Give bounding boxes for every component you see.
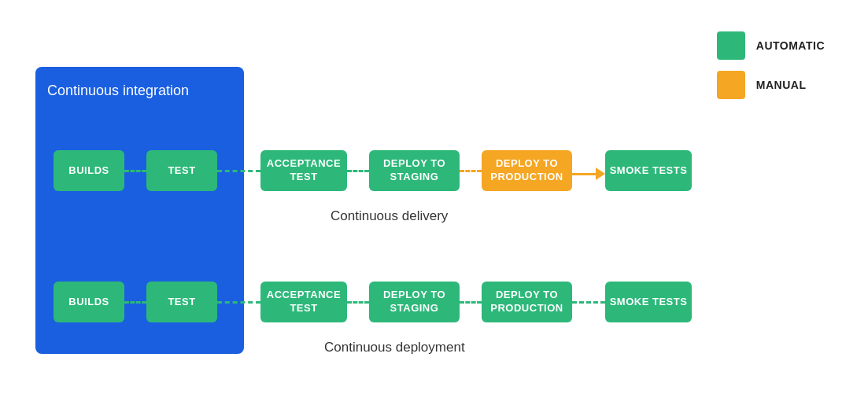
arrow-line-1: [572, 173, 596, 175]
diagram-container: Continuous integration AUTOMATIC MANUAL …: [0, 0, 868, 416]
legend-manual: MANUAL: [717, 71, 825, 99]
connector-6: [217, 301, 260, 304]
node-builds-1: BUILDS: [54, 150, 124, 191]
ci-label: Continuous integration: [47, 83, 189, 99]
connector-2: [217, 170, 260, 172]
node-builds-2: BUILDS: [54, 282, 124, 322]
arrow-head-1: [596, 168, 605, 180]
connector-8: [460, 301, 482, 304]
node-acceptance-1: ACCEPTANCE TEST: [260, 150, 347, 191]
node-test-2: TEST: [146, 282, 217, 322]
connector-5: [124, 301, 146, 304]
connector-4: [460, 170, 482, 172]
node-production-1: DEPLOY TO PRODUCTION: [482, 150, 572, 191]
legend-manual-label: MANUAL: [756, 79, 807, 91]
node-test-1: TEST: [146, 150, 217, 191]
node-production-2: DEPLOY TO PRODUCTION: [482, 282, 572, 322]
legend-automatic: AUTOMATIC: [717, 31, 825, 60]
node-acceptance-2: ACCEPTANCE TEST: [260, 282, 347, 322]
deployment-label: Continuous deployment: [324, 340, 465, 355]
delivery-label: Continuous delivery: [331, 208, 448, 224]
legend: AUTOMATIC MANUAL: [717, 31, 825, 110]
connector-3: [347, 170, 369, 172]
legend-automatic-box: [717, 31, 745, 60]
node-staging-2: DEPLOY TO STAGING: [369, 282, 460, 322]
node-smoke-2: SMOKE TESTS: [605, 282, 692, 322]
connector-9: [572, 301, 605, 304]
connector-1: [124, 170, 146, 172]
connector-7: [347, 301, 369, 304]
node-staging-1: DEPLOY TO STAGING: [369, 150, 460, 191]
legend-automatic-label: AUTOMATIC: [756, 39, 825, 52]
node-smoke-1: SMOKE TESTS: [605, 150, 692, 191]
legend-manual-box: [717, 71, 745, 99]
arrow-connector-1: [572, 168, 605, 180]
